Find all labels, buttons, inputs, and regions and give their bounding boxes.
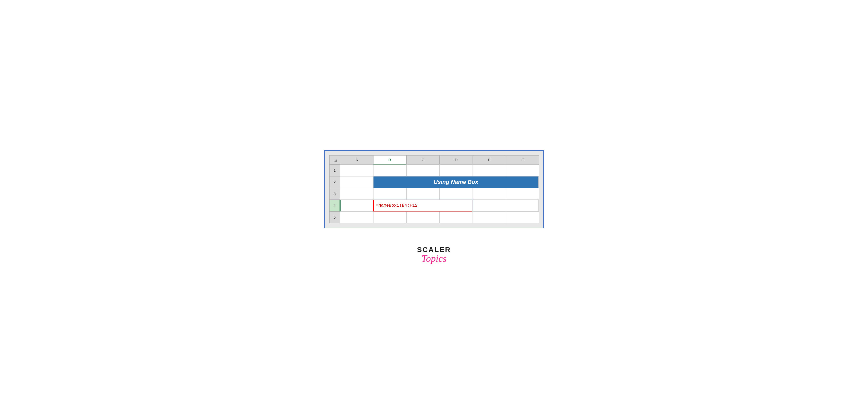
cell-F1[interactable] — [506, 165, 539, 176]
row-header-2: 2 — [329, 176, 340, 188]
col-header-A[interactable]: A — [340, 155, 373, 165]
cell-E1[interactable] — [473, 165, 506, 176]
row-header-3: 3 — [329, 188, 340, 200]
cell-remaining-4[interactable] — [472, 200, 539, 211]
cell-D3[interactable] — [440, 188, 473, 200]
cell-C5[interactable] — [406, 211, 440, 223]
formula-cell[interactable]: =NameBox1!B4:F12 — [373, 200, 472, 211]
cell-A2[interactable] — [340, 176, 373, 188]
cell-A3[interactable] — [340, 188, 373, 200]
table-row: 3 — [329, 188, 539, 200]
col-header-F[interactable]: F — [506, 155, 539, 165]
cell-B3[interactable] — [373, 188, 406, 200]
row-header-4: 4 — [329, 200, 340, 211]
cell-F3[interactable] — [506, 188, 539, 200]
row-header-5: 5 — [329, 211, 340, 223]
column-headers: A B C D E F — [329, 155, 539, 165]
table-row: 5 — [329, 211, 539, 223]
cell-A4[interactable] — [340, 200, 373, 211]
cell-D5[interactable] — [440, 211, 473, 223]
logo-container: SCALER Topics — [417, 246, 451, 264]
cell-B1[interactable] — [373, 165, 406, 176]
cell-B5[interactable] — [373, 211, 406, 223]
data-rows: 1 2 Using Name Box 3 — [329, 165, 539, 223]
formula-text: =NameBox1!B4:F12 — [376, 203, 417, 208]
banner-cell: Using Name Box — [373, 176, 539, 188]
spreadsheet-container: A B C D E F 1 2 Usi — [324, 150, 544, 228]
table-row: 1 — [329, 165, 539, 176]
col-header-C[interactable]: C — [406, 155, 440, 165]
col-header-D[interactable]: D — [440, 155, 473, 165]
cell-F5[interactable] — [506, 211, 539, 223]
table-row: 2 Using Name Box — [329, 176, 539, 188]
col-header-B[interactable]: B — [373, 155, 406, 165]
cell-C3[interactable] — [406, 188, 440, 200]
cell-A1[interactable] — [340, 165, 373, 176]
logo-scaler-text: SCALER — [417, 246, 451, 253]
cell-E3[interactable] — [473, 188, 506, 200]
row-header-1: 1 — [329, 165, 340, 176]
cell-C1[interactable] — [406, 165, 440, 176]
cell-E5[interactable] — [473, 211, 506, 223]
corner-cell — [329, 155, 340, 165]
banner-text: Using Name Box — [434, 179, 478, 185]
logo-topics-text: Topics — [422, 253, 446, 264]
cell-D1[interactable] — [440, 165, 473, 176]
spreadsheet: A B C D E F 1 2 Usi — [325, 151, 543, 228]
table-row: 4 =NameBox1!B4:F12 — [329, 200, 539, 211]
cell-A5[interactable] — [340, 211, 373, 223]
col-header-E[interactable]: E — [473, 155, 506, 165]
